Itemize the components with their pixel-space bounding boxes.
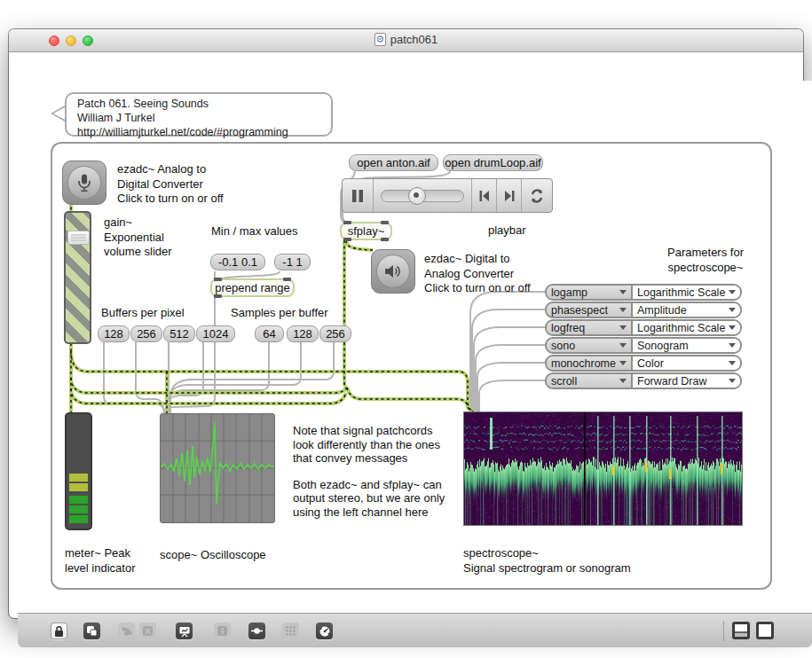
gain-slider-knob[interactable] bbox=[67, 231, 90, 245]
message-box-samples-128[interactable]: 128 bbox=[287, 325, 319, 342]
new-object-icon bbox=[86, 625, 98, 637]
step-forward-button[interactable] bbox=[497, 179, 522, 212]
loop-button[interactable] bbox=[522, 179, 552, 212]
meter-display bbox=[65, 412, 92, 530]
window-title: patch061 bbox=[9, 33, 803, 46]
single-view-button[interactable] bbox=[756, 622, 774, 639]
split-view-button[interactable] bbox=[732, 622, 750, 639]
gain-label: gain~Exponentialvolume slider bbox=[104, 215, 172, 260]
param-row-sono: sono Sonogram bbox=[545, 337, 742, 354]
inspector-button[interactable] bbox=[248, 623, 265, 639]
lock-patcher-button[interactable] bbox=[51, 623, 67, 639]
comment-bubble: Patch 061. Seeing Sounds William J Turke… bbox=[65, 92, 333, 137]
ezdac-button[interactable] bbox=[371, 249, 415, 294]
chevron-down-icon bbox=[729, 290, 736, 294]
chevron-down-icon bbox=[619, 325, 627, 330]
chevron-down-icon bbox=[619, 290, 627, 294]
params-title: Parameters forspectroscope~ bbox=[603, 246, 808, 275]
note-comment: Note that signal patchcordslook differen… bbox=[293, 424, 445, 519]
single-view-icon bbox=[759, 624, 771, 637]
loop-icon bbox=[529, 188, 545, 204]
param-value-dropdown[interactable]: Color bbox=[633, 356, 740, 370]
param-row-phasespect: phasespect Amplitude bbox=[545, 302, 742, 318]
info-icon bbox=[217, 625, 228, 637]
pause-button[interactable] bbox=[343, 179, 374, 212]
chevron-down-icon bbox=[729, 379, 736, 383]
gauge-icon bbox=[319, 625, 331, 638]
info-button[interactable] bbox=[214, 623, 231, 639]
comment-bubble-tail bbox=[51, 106, 65, 121]
playbar-label: playbar bbox=[488, 223, 526, 239]
chevron-down-icon bbox=[729, 325, 736, 330]
presentation-mode-button[interactable] bbox=[176, 623, 193, 639]
param-row-logamp: logamp Logarithmic Scale bbox=[545, 284, 742, 301]
playbar-control[interactable] bbox=[342, 178, 553, 213]
pause-icon bbox=[351, 189, 364, 203]
param-value-dropdown[interactable]: Logarithmic Scale bbox=[633, 321, 740, 334]
step-back-icon bbox=[478, 190, 491, 202]
audio-settings-button[interactable] bbox=[316, 623, 333, 639]
new-object-button[interactable] bbox=[83, 623, 100, 639]
chevron-down-icon bbox=[619, 343, 627, 348]
app-window: patch061 bbox=[9, 29, 803, 618]
minmax-title: Min / max values bbox=[211, 224, 298, 239]
message-box-open-drumloop[interactable]: open drumLoop.aif bbox=[443, 154, 543, 171]
param-value-dropdown[interactable]: Forward Draw bbox=[633, 374, 740, 388]
message-box-open-anton[interactable]: open anton.aif bbox=[349, 154, 438, 171]
spectroscope-display bbox=[463, 411, 743, 526]
ezdac-label: ezdac~ Digital toAnalog ConverterClick t… bbox=[424, 252, 531, 296]
screenshot-root: patch061 bbox=[0, 0, 812, 658]
patch-cords-button[interactable] bbox=[118, 623, 135, 639]
message-box-minmax-1[interactable]: -0.1 0.1 bbox=[210, 254, 265, 270]
playbar-position-slider[interactable] bbox=[374, 179, 472, 212]
message-box-samples-64[interactable]: 64 bbox=[255, 325, 284, 342]
param-value-dropdown[interactable]: Logarithmic Scale bbox=[633, 286, 740, 299]
chevron-down-icon bbox=[619, 361, 627, 365]
param-name-dropdown[interactable]: sono bbox=[547, 339, 633, 352]
grid-button[interactable] bbox=[282, 623, 299, 639]
ezadc-label: ezadc~ Analog toDigital ConverterClick t… bbox=[117, 162, 224, 207]
step-back-button[interactable] bbox=[472, 179, 497, 212]
chevron-down-icon bbox=[619, 308, 627, 312]
delete-button[interactable] bbox=[139, 623, 156, 639]
param-name-dropdown[interactable]: phasespect bbox=[547, 303, 633, 317]
param-name-dropdown[interactable]: monochrome bbox=[547, 356, 633, 370]
step-forward-icon bbox=[503, 190, 516, 202]
title-bar[interactable]: patch061 bbox=[9, 29, 803, 52]
buffers-title: Buffers per pixel bbox=[101, 306, 185, 321]
split-view-icon bbox=[735, 624, 747, 637]
speaker-icon bbox=[383, 262, 403, 280]
param-value-dropdown[interactable]: Amplitude bbox=[633, 303, 740, 317]
spectroscope-label: spectroscope~Signal spectrogram or sonog… bbox=[463, 546, 631, 576]
param-row-logfreq: logfreq Logarithmic Scale bbox=[545, 319, 742, 336]
param-value-dropdown[interactable]: Sonogram bbox=[633, 339, 740, 352]
chevron-down-icon bbox=[729, 308, 736, 312]
scope-display bbox=[160, 413, 275, 523]
prepend-range-object: prepend range bbox=[210, 278, 295, 297]
chevron-down-icon bbox=[729, 343, 736, 348]
close-box-icon bbox=[142, 625, 154, 637]
presentation-icon bbox=[178, 625, 191, 638]
gain-slider[interactable] bbox=[64, 211, 91, 344]
bottom-toolbar bbox=[18, 613, 812, 647]
oscilloscope-trace bbox=[161, 414, 274, 522]
message-box-buffers-128[interactable]: 128 bbox=[98, 325, 130, 342]
playbar-slider-knob[interactable] bbox=[408, 187, 426, 205]
toolbar-divider bbox=[723, 621, 724, 641]
message-box-minmax-2[interactable]: -1 1 bbox=[274, 254, 311, 270]
param-name-dropdown[interactable]: logamp bbox=[547, 286, 633, 299]
message-box-buffers-256[interactable]: 256 bbox=[130, 325, 162, 342]
patch-cords-icon bbox=[121, 626, 133, 637]
param-name-dropdown[interactable]: logfreq bbox=[547, 321, 633, 334]
meter-label: meter~ Peaklevel indicator bbox=[65, 546, 136, 576]
param-name-dropdown[interactable]: scroll bbox=[547, 374, 633, 388]
slider-toggle-icon bbox=[250, 626, 264, 636]
samples-title: Samples per buffer bbox=[231, 306, 328, 321]
microphone-icon bbox=[75, 173, 93, 192]
message-box-samples-256[interactable]: 256 bbox=[319, 325, 351, 342]
document-icon bbox=[374, 33, 386, 46]
message-box-buffers-512[interactable]: 512 bbox=[163, 325, 195, 342]
ezadc-button[interactable] bbox=[62, 161, 106, 205]
sfplay-object: sfplay~ bbox=[340, 222, 392, 240]
message-box-buffers-1024[interactable]: 1024 bbox=[196, 325, 235, 342]
